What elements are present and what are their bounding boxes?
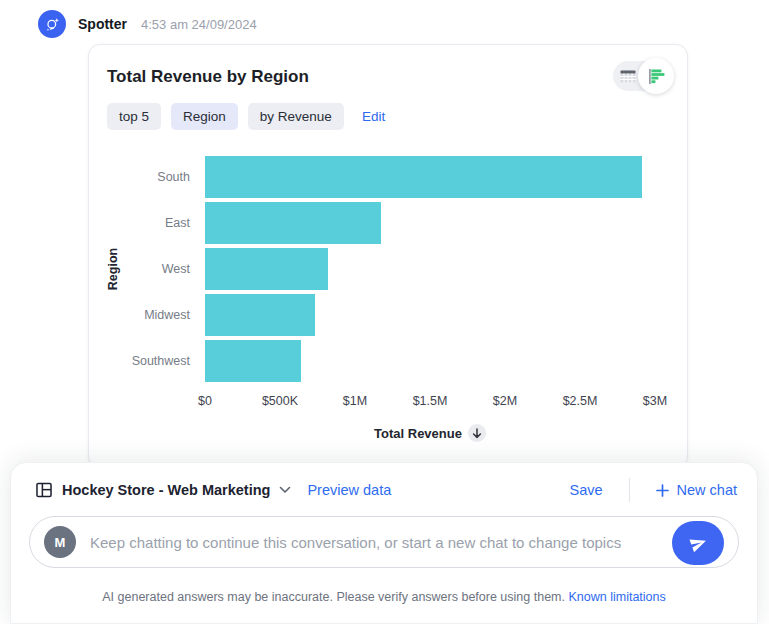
new-chat-label: New chat — [677, 482, 737, 498]
bar-track — [205, 156, 655, 198]
new-chat-button[interactable]: New chat — [656, 482, 737, 498]
spotter-bulb-icon — [44, 16, 61, 33]
chevron-down-icon — [279, 486, 291, 494]
x-tick-label: $500K — [262, 394, 298, 408]
x-tick-label: $3M — [643, 394, 667, 408]
user-avatar: M — [44, 526, 76, 558]
category-label: West — [121, 262, 205, 276]
bar-plot: SouthEastWestMidwestSouthwest — [121, 154, 671, 384]
datasource-table-icon — [35, 481, 53, 499]
x-tick-label: $1M — [343, 394, 367, 408]
chart-title: Total Revenue by Region — [89, 45, 687, 87]
x-axis-title: Total Revenue — [205, 424, 655, 442]
app-name: Spotter — [78, 16, 127, 32]
edit-query-link[interactable]: Edit — [362, 109, 385, 124]
token-top5[interactable]: top 5 — [107, 103, 161, 130]
bar-track — [205, 294, 655, 336]
bar-track — [205, 340, 655, 382]
bar[interactable] — [205, 294, 315, 336]
composer-toolbar: Hockey Store - Web Marketing Preview dat… — [11, 463, 757, 502]
bar-chart-icon — [648, 69, 665, 84]
bar[interactable] — [205, 202, 381, 244]
plus-icon — [656, 484, 669, 497]
revenue-bar-chart: Region SouthEastWestMidwestSouthwest $0$… — [89, 154, 687, 442]
preview-data-link[interactable]: Preview data — [307, 482, 391, 498]
query-token-bar: top 5 Region by Revenue Edit — [107, 103, 687, 130]
chat-composer-panel: Hockey Store - Web Marketing Preview dat… — [10, 462, 758, 624]
bar[interactable] — [205, 248, 328, 290]
bar-row: Midwest — [121, 292, 671, 338]
table-icon — [620, 70, 636, 83]
token-by-revenue[interactable]: by Revenue — [248, 103, 344, 130]
bar-track — [205, 202, 655, 244]
send-icon — [686, 531, 710, 555]
chat-input[interactable] — [90, 534, 658, 551]
message-timestamp: 4:53 am 24/09/2024 — [141, 17, 257, 32]
known-limitations-link[interactable]: Known limitations — [568, 590, 665, 604]
send-button[interactable] — [672, 521, 724, 565]
spotter-avatar — [38, 10, 66, 38]
chat-message-header: Spotter 4:53 am 24/09/2024 — [0, 0, 769, 38]
bar-row: South — [121, 154, 671, 200]
bar-row: Southwest — [121, 338, 671, 384]
x-tick-label: $1.5M — [413, 394, 448, 408]
x-tick-label: $2.5M — [563, 394, 598, 408]
sort-descending-icon[interactable] — [468, 424, 486, 442]
bar[interactable] — [205, 156, 642, 198]
ai-disclaimer: AI generated answers may be inaccurate. … — [11, 590, 757, 604]
token-region[interactable]: Region — [171, 103, 238, 130]
save-button[interactable]: Save — [569, 482, 602, 498]
view-toggle — [613, 61, 671, 91]
y-axis-title: Region — [105, 154, 121, 384]
datasource-selector[interactable]: Hockey Store - Web Marketing — [35, 481, 291, 499]
x-axis-title-text: Total Revenue — [374, 426, 462, 441]
datasource-name: Hockey Store - Web Marketing — [62, 482, 270, 498]
category-label: Midwest — [121, 308, 205, 322]
category-label: East — [121, 216, 205, 230]
bar[interactable] — [205, 340, 301, 382]
divider — [629, 478, 630, 502]
x-tick-label: $2M — [493, 394, 517, 408]
bar-track — [205, 248, 655, 290]
bar-row: West — [121, 246, 671, 292]
category-label: South — [121, 170, 205, 184]
disclaimer-text: AI generated answers may be inaccurate. … — [102, 590, 565, 604]
bar-chart-view-button[interactable] — [638, 58, 674, 94]
x-axis: $0$500K$1M$1.5M$2M$2.5M$3M — [205, 394, 655, 410]
x-tick-label: $0 — [198, 394, 212, 408]
bar-row: East — [121, 200, 671, 246]
category-label: Southwest — [121, 354, 205, 368]
chat-input-container: M — [29, 516, 739, 568]
answer-card: Total Revenue by Region top 5 — [88, 44, 688, 468]
